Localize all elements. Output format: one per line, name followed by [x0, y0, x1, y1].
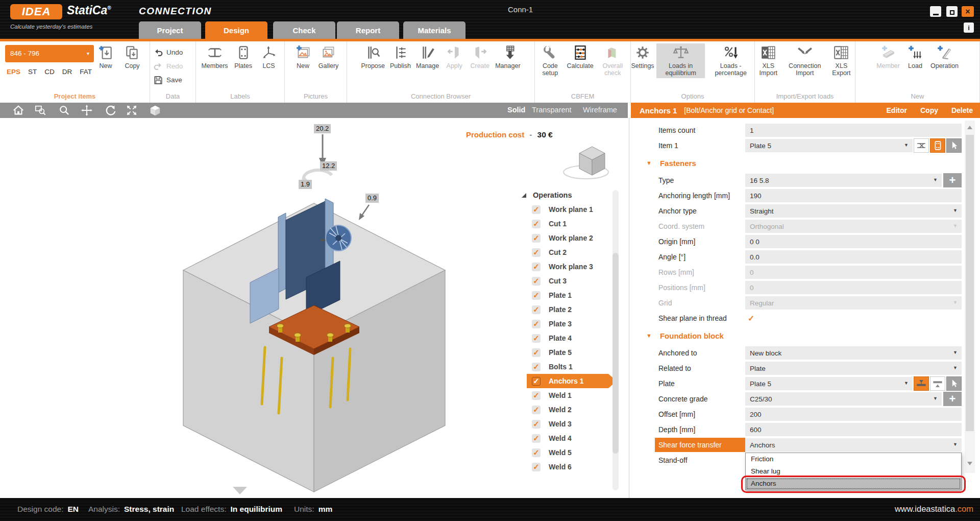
tree-scrollbar-thumb[interactable] — [612, 253, 619, 454]
checkbox-cut-2[interactable]: ✓ — [532, 248, 541, 257]
cursor-icon[interactable] — [946, 376, 962, 391]
related-to-dropdown[interactable]: Plate — [745, 362, 962, 375]
beam-section-icon[interactable] — [914, 138, 929, 153]
tab-project[interactable]: Project — [139, 21, 201, 39]
anchor-type-dropdown[interactable]: Straight — [745, 204, 962, 218]
calculate-button[interactable]: Calculate — [568, 43, 593, 70]
loads-percentage-button[interactable]: Loads - percentage — [707, 43, 754, 78]
view-mode-wireframe[interactable]: Wireframe — [583, 106, 617, 114]
tree-item-weld-5[interactable]: ✓Weld 5 — [519, 445, 623, 460]
add-concrete-grade-button[interactable]: + — [943, 392, 962, 406]
save-button[interactable]: Save — [153, 73, 183, 87]
xls-export-button[interactable]: XLS Export — [828, 43, 855, 78]
copy-button[interactable]: Copy — [920, 106, 938, 114]
view-mode-transparent[interactable]: Transparent — [532, 106, 572, 114]
checkbox-cut-3[interactable]: ✓ — [532, 277, 541, 286]
items-count-field[interactable]: 1 — [745, 124, 962, 137]
concrete-grade-dropdown[interactable]: C25/30 — [745, 392, 942, 406]
checkbox-anchors-1[interactable]: ✓ — [532, 377, 541, 386]
checkbox-plate-3[interactable]: ✓ — [532, 320, 541, 328]
tree-item-work-plane-1[interactable]: ✓Work plane 1 — [519, 202, 623, 217]
option-anchors[interactable]: Anchors — [746, 478, 961, 490]
checkbox-weld-1[interactable]: ✓ — [532, 391, 541, 400]
checkbox-weld-6[interactable]: ✓ — [532, 463, 541, 471]
tab-report[interactable]: Report — [337, 21, 399, 39]
scroll-down-icon[interactable] — [967, 462, 972, 465]
undo-button[interactable]: Undo — [153, 45, 183, 59]
plate-below-icon[interactable] — [930, 376, 945, 391]
tab-check[interactable]: Check — [273, 21, 335, 39]
tree-item-weld-6[interactable]: ✓Weld 6 — [519, 460, 623, 474]
plates-button[interactable]: Plates — [232, 43, 255, 70]
publish-button[interactable]: Publish — [388, 43, 412, 70]
coord-system-dropdown[interactable]: Orthogonal — [745, 220, 962, 233]
option-shear-lug[interactable]: Shear lug — [746, 465, 961, 478]
plate-dropdown[interactable]: Plate 5 — [745, 377, 913, 390]
grid-dropdown[interactable]: Regular — [745, 296, 962, 310]
project-item-selector[interactable]: 846 - 796 ▾ — [5, 45, 94, 62]
positions-mm-field[interactable]: 0 — [745, 281, 962, 294]
rotate-icon[interactable] — [104, 104, 116, 116]
operations-tree-header[interactable]: Operations — [519, 188, 623, 202]
add-type-button[interactable]: + — [943, 173, 962, 187]
tree-item-plate-2[interactable]: ✓Plate 2 — [519, 302, 623, 317]
editor-button[interactable]: Editor — [887, 106, 907, 114]
tree-item-bolts-1[interactable]: ✓Bolts 1 — [519, 360, 623, 374]
rows-mm-field[interactable]: 0 — [745, 266, 962, 279]
propose-button[interactable]: Propose — [359, 43, 386, 70]
manage-button[interactable]: Manage — [414, 43, 440, 70]
new-button[interactable]: New — [291, 43, 315, 70]
plate-above-icon[interactable] — [914, 376, 929, 391]
loads-in-equilibrium-button[interactable]: Loads in equilibrium — [656, 43, 705, 78]
zoom-window-icon[interactable] — [34, 104, 46, 116]
checkbox-weld-2[interactable]: ✓ — [532, 406, 541, 414]
plate-bolts-icon[interactable] — [930, 138, 945, 153]
checkbox-work-plane-1[interactable]: ✓ — [532, 205, 541, 214]
navigation-cube[interactable] — [564, 147, 608, 179]
website-link[interactable]: www.ideastatica.com — [895, 504, 973, 514]
filter-fat[interactable]: FAT — [80, 68, 92, 76]
depth-mm-field[interactable]: 600 — [745, 423, 962, 436]
checkbox-cut-1[interactable]: ✓ — [532, 220, 541, 228]
tree-item-anchors-1[interactable]: ✓Anchors 1 — [519, 374, 623, 388]
gallery-button[interactable]: Gallery — [317, 43, 340, 70]
cursor-icon[interactable] — [946, 138, 962, 153]
view-mode-solid[interactable]: Solid — [507, 106, 525, 114]
delete-button[interactable]: Delete — [951, 106, 973, 114]
close-button[interactable]: × — [962, 6, 974, 17]
tree-item-plate-4[interactable]: ✓Plate 4 — [519, 331, 623, 345]
anchored-to-dropdown[interactable]: New block — [745, 346, 962, 360]
checkbox-shear-plane-in-thread[interactable]: ✓ — [748, 314, 754, 323]
checkbox-weld-3[interactable]: ✓ — [532, 420, 541, 429]
bottom-panel-collapse-arrow[interactable] — [233, 487, 247, 494]
project-new-button[interactable]: New — [94, 43, 117, 70]
tree-item-weld-4[interactable]: ✓Weld 4 — [519, 431, 623, 445]
tree-item-weld-1[interactable]: ✓Weld 1 — [519, 388, 623, 402]
fit-icon[interactable] — [126, 104, 138, 116]
section-fasteners[interactable]: ▼Fasteners — [632, 153, 980, 173]
load-button[interactable]: Load — [903, 43, 927, 70]
type-dropdown[interactable]: 16 5.8 — [745, 174, 942, 187]
tree-item-weld-2[interactable]: ✓Weld 2 — [519, 402, 623, 417]
properties-scrollbar[interactable] — [965, 121, 975, 473]
angle-field[interactable]: 0.0 — [745, 250, 962, 264]
home-icon[interactable] — [12, 104, 24, 116]
tree-item-plate-5[interactable]: ✓Plate 5 — [519, 345, 623, 360]
scroll-up-icon[interactable] — [967, 126, 972, 129]
settings-button[interactable]: Settings — [631, 43, 654, 70]
checkbox-plate-4[interactable]: ✓ — [532, 334, 541, 343]
checkbox-work-plane-3[interactable]: ✓ — [532, 263, 541, 271]
checkbox-bolts-1[interactable]: ✓ — [532, 363, 541, 371]
info-button[interactable]: i — [964, 22, 974, 33]
connection-import-button[interactable]: Connection Import — [784, 43, 826, 78]
checkbox-plate-5[interactable]: ✓ — [532, 348, 541, 357]
offset-mm-field[interactable]: 200 — [745, 408, 962, 421]
maximize-button[interactable] — [946, 6, 958, 17]
tree-item-cut-3[interactable]: ✓Cut 3 — [519, 274, 623, 288]
shear-force-transfer-dropdown[interactable]: Anchors — [745, 438, 962, 452]
members-button[interactable]: Members — [200, 43, 229, 70]
tree-item-work-plane-3[interactable]: ✓Work plane 3 — [519, 259, 623, 274]
anchoring-length-mm-field[interactable]: 190 — [745, 189, 962, 202]
zoom-icon[interactable] — [58, 104, 70, 116]
cube-icon[interactable] — [149, 104, 161, 116]
